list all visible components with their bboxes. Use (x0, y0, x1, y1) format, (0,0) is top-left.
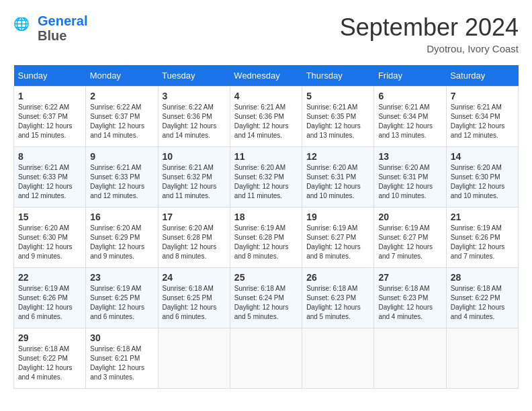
calendar-cell: 3Sunrise: 6:22 AM Sunset: 6:36 PM Daylig… (158, 87, 230, 147)
day-info: Sunrise: 6:20 AM Sunset: 6:31 PM Dayligh… (378, 163, 441, 201)
day-info: Sunrise: 6:20 AM Sunset: 6:28 PM Dayligh… (163, 224, 226, 261)
day-info: Sunrise: 6:21 AM Sunset: 6:35 PM Dayligh… (306, 103, 369, 140)
logo-text: GeneralBlue (38, 13, 87, 43)
calendar-cell: 4Sunrise: 6:21 AM Sunset: 6:36 PM Daylig… (230, 87, 302, 147)
calendar-cell: 7Sunrise: 6:21 AM Sunset: 6:34 PM Daylig… (446, 87, 518, 147)
dow-sunday: Sunday (14, 65, 86, 87)
day-number: 23 (90, 272, 153, 283)
calendar-cell: 9Sunrise: 6:21 AM Sunset: 6:33 PM Daylig… (86, 147, 158, 208)
day-info: Sunrise: 6:22 AM Sunset: 6:36 PM Dayligh… (163, 103, 226, 140)
day-info: Sunrise: 6:19 AM Sunset: 6:27 PM Dayligh… (306, 224, 369, 261)
calendar-cell: 22Sunrise: 6:19 AM Sunset: 6:26 PM Dayli… (14, 268, 86, 328)
day-number: 30 (90, 332, 153, 343)
day-number: 19 (306, 212, 369, 222)
calendar-week-1: 1Sunrise: 6:22 AM Sunset: 6:37 PM Daylig… (14, 87, 519, 147)
day-number: 12 (306, 151, 369, 162)
calendar-cell: 6Sunrise: 6:21 AM Sunset: 6:34 PM Daylig… (374, 87, 446, 147)
calendar-cell: 26Sunrise: 6:18 AM Sunset: 6:23 PM Dayli… (302, 268, 374, 328)
calendar-cell: 11Sunrise: 6:20 AM Sunset: 6:32 PM Dayli… (230, 147, 302, 208)
calendar-cell: 27Sunrise: 6:18 AM Sunset: 6:23 PM Dayli… (374, 268, 446, 328)
day-info: Sunrise: 6:18 AM Sunset: 6:22 PM Dayligh… (451, 284, 514, 322)
day-number: 24 (163, 272, 226, 283)
day-number: 26 (306, 272, 369, 283)
title-block: September 2024 Dyotrou, Ivory Coast (340, 13, 519, 54)
month-title: September 2024 (340, 13, 519, 42)
day-info: Sunrise: 6:21 AM Sunset: 6:34 PM Dayligh… (378, 103, 441, 140)
calendar-cell: 2Sunrise: 6:22 AM Sunset: 6:37 PM Daylig… (86, 87, 158, 147)
calendar-cell: 18Sunrise: 6:19 AM Sunset: 6:28 PM Dayli… (230, 208, 302, 268)
day-number: 15 (18, 212, 81, 222)
dow-tuesday: Tuesday (158, 65, 230, 87)
day-info: Sunrise: 6:21 AM Sunset: 6:32 PM Dayligh… (163, 163, 226, 201)
day-info: Sunrise: 6:20 AM Sunset: 6:30 PM Dayligh… (18, 224, 81, 261)
calendar-cell: 29Sunrise: 6:18 AM Sunset: 6:22 PM Dayli… (14, 328, 86, 389)
day-number: 22 (18, 272, 81, 283)
day-info: Sunrise: 6:18 AM Sunset: 6:23 PM Dayligh… (306, 284, 369, 322)
calendar-cell (446, 328, 518, 389)
logo-icon: 🌐 (13, 17, 35, 39)
dow-thursday: Thursday (302, 65, 374, 87)
calendar-body: 1Sunrise: 6:22 AM Sunset: 6:37 PM Daylig… (14, 87, 519, 389)
day-number: 21 (451, 212, 514, 222)
location: Dyotrou, Ivory Coast (340, 43, 519, 54)
dow-wednesday: Wednesday (230, 65, 302, 87)
day-info: Sunrise: 6:21 AM Sunset: 6:33 PM Dayligh… (90, 163, 153, 201)
dow-saturday: Saturday (446, 65, 518, 87)
calendar-cell: 25Sunrise: 6:18 AM Sunset: 6:24 PM Dayli… (230, 268, 302, 328)
calendar-cell: 23Sunrise: 6:19 AM Sunset: 6:25 PM Dayli… (86, 268, 158, 328)
day-number: 13 (378, 151, 441, 162)
day-info: Sunrise: 6:19 AM Sunset: 6:25 PM Dayligh… (90, 284, 153, 322)
day-number: 5 (306, 91, 369, 101)
calendar-cell: 13Sunrise: 6:20 AM Sunset: 6:31 PM Dayli… (374, 147, 446, 208)
day-number: 2 (90, 91, 153, 101)
page-header: 🌐 GeneralBlue September 2024 Dyotrou, Iv… (13, 13, 519, 54)
svg-text:🌐: 🌐 (13, 17, 30, 32)
day-info: Sunrise: 6:19 AM Sunset: 6:27 PM Dayligh… (378, 224, 441, 261)
day-number: 4 (234, 91, 298, 101)
calendar-cell: 19Sunrise: 6:19 AM Sunset: 6:27 PM Dayli… (302, 208, 374, 268)
days-of-week-header: SundayMondayTuesdayWednesdayThursdayFrid… (14, 65, 519, 87)
day-number: 7 (451, 91, 514, 101)
day-number: 10 (163, 151, 226, 162)
calendar-cell: 16Sunrise: 6:20 AM Sunset: 6:29 PM Dayli… (86, 208, 158, 268)
calendar-cell: 30Sunrise: 6:18 AM Sunset: 6:21 PM Dayli… (86, 328, 158, 389)
day-info: Sunrise: 6:20 AM Sunset: 6:31 PM Dayligh… (306, 163, 369, 201)
calendar-cell: 12Sunrise: 6:20 AM Sunset: 6:31 PM Dayli… (302, 147, 374, 208)
day-number: 6 (378, 91, 441, 101)
calendar-cell: 28Sunrise: 6:18 AM Sunset: 6:22 PM Dayli… (446, 268, 518, 328)
day-number: 8 (18, 151, 81, 162)
day-number: 14 (451, 151, 514, 162)
calendar-cell: 5Sunrise: 6:21 AM Sunset: 6:35 PM Daylig… (302, 87, 374, 147)
calendar-cell: 8Sunrise: 6:21 AM Sunset: 6:33 PM Daylig… (14, 147, 86, 208)
calendar-table: SundayMondayTuesdayWednesdayThursdayFrid… (13, 65, 519, 389)
day-number: 28 (451, 272, 514, 283)
day-info: Sunrise: 6:18 AM Sunset: 6:22 PM Dayligh… (18, 345, 81, 382)
calendar-cell: 14Sunrise: 6:20 AM Sunset: 6:30 PM Dayli… (446, 147, 518, 208)
day-info: Sunrise: 6:21 AM Sunset: 6:34 PM Dayligh… (451, 103, 514, 140)
calendar-cell (302, 328, 374, 389)
calendar-cell: 24Sunrise: 6:18 AM Sunset: 6:25 PM Dayli… (158, 268, 230, 328)
day-number: 17 (163, 212, 226, 222)
day-info: Sunrise: 6:20 AM Sunset: 6:29 PM Dayligh… (90, 224, 153, 261)
day-info: Sunrise: 6:18 AM Sunset: 6:25 PM Dayligh… (163, 284, 226, 322)
calendar-cell: 10Sunrise: 6:21 AM Sunset: 6:32 PM Dayli… (158, 147, 230, 208)
dow-monday: Monday (86, 65, 158, 87)
calendar-cell (374, 328, 446, 389)
day-number: 25 (234, 272, 298, 283)
logo: 🌐 GeneralBlue (13, 13, 87, 43)
calendar-week-5: 29Sunrise: 6:18 AM Sunset: 6:22 PM Dayli… (14, 328, 519, 389)
day-number: 16 (90, 212, 153, 222)
calendar-cell: 1Sunrise: 6:22 AM Sunset: 6:37 PM Daylig… (14, 87, 86, 147)
day-info: Sunrise: 6:18 AM Sunset: 6:24 PM Dayligh… (234, 284, 298, 322)
day-number: 11 (234, 151, 298, 162)
day-info: Sunrise: 6:18 AM Sunset: 6:23 PM Dayligh… (378, 284, 441, 322)
day-info: Sunrise: 6:21 AM Sunset: 6:33 PM Dayligh… (18, 163, 81, 201)
calendar-week-3: 15Sunrise: 6:20 AM Sunset: 6:30 PM Dayli… (14, 208, 519, 268)
calendar-cell (158, 328, 230, 389)
day-info: Sunrise: 6:18 AM Sunset: 6:21 PM Dayligh… (90, 345, 153, 382)
day-number: 27 (378, 272, 441, 283)
day-info: Sunrise: 6:19 AM Sunset: 6:28 PM Dayligh… (234, 224, 298, 261)
day-info: Sunrise: 6:19 AM Sunset: 6:26 PM Dayligh… (451, 224, 514, 261)
calendar-cell: 20Sunrise: 6:19 AM Sunset: 6:27 PM Dayli… (374, 208, 446, 268)
day-number: 20 (378, 212, 441, 222)
